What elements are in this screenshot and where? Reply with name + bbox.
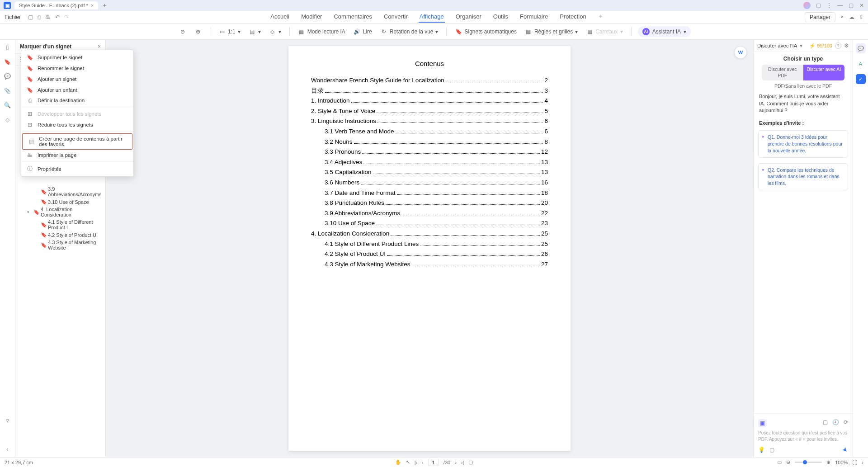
tab-outils[interactable]: Outils: [492, 11, 509, 23]
redo-icon[interactable]: ↷: [64, 14, 69, 20]
share-button[interactable]: Partager: [805, 12, 835, 22]
open-icon[interactable]: ▢: [28, 14, 33, 20]
zoom-out-button[interactable]: ⊖: [177, 27, 188, 37]
fit-dropdown[interactable]: ▭1:1 ▾: [217, 27, 242, 37]
tab-label: Style Guide - F...dback (2).pdf *: [19, 3, 88, 8]
zoom-in-button[interactable]: ⊕: [193, 27, 203, 37]
tab-affichage[interactable]: Affichage: [419, 11, 445, 23]
view-toolbar: ⊖ ⊕ ▭1:1 ▾ ▤ ▾ ◇ ▾ ▦Mode lecture IA 🔊Lir…: [0, 24, 868, 40]
tiles-dropdown: ▦Carreaux ▾: [584, 27, 624, 37]
menubar: Fichier ▢ ⎙ 🖶 ↶ ↷ Accueil Modifier Comme…: [0, 11, 868, 24]
layout-dropdown[interactable]: ▤ ▾: [247, 27, 263, 37]
auto-bookmarks-button[interactable]: 🔖Signets automatiques: [453, 27, 518, 37]
sparkle-icon[interactable]: ✦: [597, 11, 604, 23]
undo-icon[interactable]: ↶: [55, 14, 60, 20]
tab-organiser[interactable]: Organiser: [455, 11, 482, 23]
tab-accueil[interactable]: Accueil: [269, 11, 290, 23]
chat-icon[interactable]: ▢: [816, 2, 821, 9]
highlight-dropdown[interactable]: ◇ ▾: [267, 27, 283, 37]
reading-mode-button[interactable]: ▦Mode lecture IA: [296, 27, 347, 37]
save-icon[interactable]: ⎙: [38, 14, 41, 20]
print-icon[interactable]: 🖶: [45, 14, 51, 20]
tab-convertir[interactable]: Convertir: [383, 11, 409, 23]
ai-assistant-button[interactable]: AIAssistant IA ▾: [638, 26, 691, 37]
file-menu[interactable]: Fichier: [5, 14, 21, 20]
rotate-dropdown[interactable]: ↻Rotation de la vue ▾: [378, 27, 440, 37]
tab-protection[interactable]: Protection: [559, 11, 587, 23]
close-tab-icon[interactable]: ×: [91, 3, 94, 8]
maximize-window-icon[interactable]: ▢: [848, 2, 854, 9]
tab-formulaire[interactable]: Formulaire: [519, 11, 549, 23]
tab-commentaires[interactable]: Commentaires: [333, 11, 373, 23]
cloud-icon[interactable]: ☁: [849, 14, 854, 20]
add-tab-button[interactable]: +: [103, 2, 106, 9]
user-avatar-icon[interactable]: [803, 2, 811, 9]
link-icon[interactable]: ⚬: [840, 14, 844, 20]
app-logo: ▣: [4, 2, 11, 9]
read-aloud-button[interactable]: 🔊Lire: [352, 27, 374, 37]
rulers-dropdown[interactable]: ▦Règles et grilles ▾: [523, 27, 580, 37]
tab-modifier[interactable]: Modifier: [300, 11, 323, 23]
upload-icon[interactable]: ⇧: [859, 14, 863, 20]
minimize-window-icon[interactable]: —: [837, 2, 843, 9]
document-tab[interactable]: Style Guide - F...dback (2).pdf * ×: [14, 1, 98, 9]
more-icon[interactable]: ⋮: [826, 2, 832, 9]
close-window-icon[interactable]: ✕: [859, 2, 864, 9]
titlebar: ▣ Style Guide - F...dback (2).pdf * × + …: [0, 0, 868, 11]
